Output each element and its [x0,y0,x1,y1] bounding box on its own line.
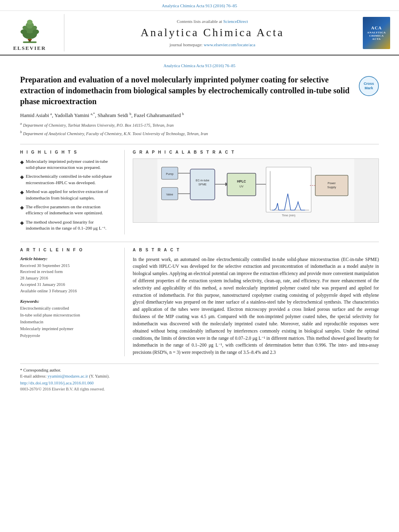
journal-title-area: Contents lists available at ScienceDirec… [64,14,360,51]
email-person: (Y. Yamini). [89,374,110,378]
svg-text:Valve: Valve [166,193,173,196]
highlight-item-1: ◆ Molecularly imprinted polymer coated i… [20,158,118,171]
footer-section: * Corresponding author. E-mail address: … [20,364,379,391]
article-title: Preparation and evaluation of a novel mo… [20,74,354,107]
crossmark-icon: Cross Mark [359,76,379,96]
affiliation-a: a Department of Chemistry, Tarbiat Modar… [20,121,379,128]
keyword-4: Molecularly imprinted polymer [20,326,118,333]
top-bar: Analytica Chimica Acta 913 (2016) 76–85 [0,0,399,11]
aca-logo-line4: ACTA [372,37,380,41]
svg-text:Time (min): Time (min) [282,214,296,217]
svg-text:Mark: Mark [364,86,373,90]
sciencedirect-link[interactable]: ScienceDirect [223,19,248,24]
history-label: Article history: [20,256,118,261]
highlights-graphical-section: H I G H L I G H T S ◆ Molecularly imprin… [20,144,379,234]
email-line: E-mail address: yyamini@modares.ac.ir (Y… [20,374,379,378]
highlight-item-5: ◆ The method showed good linearity for i… [20,219,118,232]
svg-rect-25 [227,173,256,195]
authors-line: Hamid Asiabi a, Yadollah Yamini a,*, Sha… [20,112,379,119]
author-1: Hamid Asiabi a [20,112,52,118]
journal-logo-area: ACA ANALYTICA CHIMICA ACTA [360,14,393,51]
svg-text:Pump: Pump [166,172,174,175]
highlight-item-4: ◆ The effective parameters on the extrac… [20,204,118,216]
copyright-line: 0003-2670/© 2016 Elsevier B.V. All right… [20,387,379,391]
aca-logo: ACA ANALYTICA CHIMICA ACTA [363,17,390,49]
bullet-icon-3: ◆ [20,189,24,196]
svg-rect-10 [23,41,37,43]
svg-text:Cross: Cross [364,82,374,86]
svg-point-5 [21,29,27,34]
contents-line: Contents lists available at ScienceDirec… [177,19,248,24]
elsevier-tree-icon [16,14,44,44]
keyword-1: Electrochemically controlled [20,305,118,312]
svg-text:EC-in-tube: EC-in-tube [195,179,209,182]
aca-logo-line1: ACA [371,25,382,30]
svg-text:HPLC: HPLC [237,180,246,183]
bullet-icon-1: ◆ [20,159,24,166]
citation-line: Analytica Chimica Acta 913 (2016) 76–85 [20,64,379,68]
author-3: Shahram Seidi b [97,112,131,118]
abstract-header: A B S T R A C T [133,248,379,252]
aca-logo-line3: CHIMICA [369,34,384,37]
bullet-icon-5: ◆ [20,220,24,226]
journal-citation-link[interactable]: Analytica Chimica Acta 913 (2016) 76–85 [162,3,237,8]
svg-text:SPME: SPME [198,183,206,186]
email-link[interactable]: yyamini@modares.ac.ir [47,374,88,378]
journal-homepage-link[interactable]: www.elsevier.com/locate/aca [204,42,255,47]
history-accepted: Accepted 31 January 2016 [20,281,118,288]
history-revised-date: 28 January 2016 [20,275,118,281]
article-history: Article history: Received 30 September 2… [20,256,118,294]
affiliation-b: b Department of Analytical Chemistry, Fa… [20,129,379,137]
article-info-header: A R T I C L E I N F O [20,248,118,252]
svg-point-4 [27,20,33,25]
article-info-abstract-section: A R T I C L E I N F O Article history: R… [20,242,379,356]
history-revised-label: Received in revised form [20,269,118,275]
affiliations: a Department of Chemistry, Tarbiat Modar… [20,121,379,136]
history-received: Received 30 September 2015 [20,263,118,269]
highlight-item-2: ◆ Electrochemically controlled in-tube s… [20,173,118,186]
svg-point-8 [32,26,37,30]
publisher-logo-area: ELSEVIER [0,14,64,51]
svg-rect-9 [28,39,32,40]
title-section: Preparation and evaluation of a novel mo… [20,74,379,107]
bullet-icon-4: ◆ [20,204,24,211]
graphical-abstract-header: G R A P H I C A L A B S T R A C T [133,150,379,154]
journal-title: Analytica Chimica Acta [140,26,284,39]
abstract-text: In the present work, an automated on-lin… [133,256,379,356]
keyword-5: Polypyrrole [20,333,118,339]
homepage-line: journal homepage: www.elsevier.com/locat… [169,42,255,47]
highlight-item-3: ◆ Method was applied for selective extra… [20,189,118,201]
article-info-column: A R T I C L E I N F O Article history: R… [20,248,125,356]
journal-header: ELSEVIER Contents lists available at Sci… [0,11,399,55]
elsevier-logo: ELSEVIER [13,14,46,51]
svg-text:Supply: Supply [327,186,336,189]
corresponding-label: * Corresponding author. [20,368,379,372]
keyword-2: In-tube solid phase microextraction [20,312,118,319]
article-container: Analytica Chimica Acta 913 (2016) 76–85 … [0,55,399,399]
svg-text:Power: Power [327,182,336,185]
doi-line: http://dx.doi.org/10.1016/j.aca.2016.01.… [20,381,379,385]
abstract-column: A B S T R A C T In the present work, an … [133,248,379,356]
svg-point-6 [33,29,39,34]
author-2: Yadollah Yamini a,* [54,112,95,118]
citation-link[interactable]: Analytica Chimica Acta 913 (2016) 76–85 [164,64,236,68]
elsevier-text: ELSEVIER [13,45,46,51]
svg-point-7 [23,26,27,30]
author-4: Fazel Ghahramanifard b [134,112,184,118]
graphical-abstract-image: Pump Valve EC-in-tube SPME HPLC UV [133,158,379,223]
svg-rect-33 [315,175,348,195]
highlights-section: H I G H L I G H T S ◆ Molecularly imprin… [20,150,125,234]
history-online: Available online 3 February 2016 [20,288,118,294]
doi-link[interactable]: http://dx.doi.org/10.1016/j.aca.2016.01.… [20,381,94,385]
bullet-icon-2: ◆ [20,174,24,181]
keyword-3: Indomethacin [20,319,118,326]
aca-logo-line2: ANALYTICA [367,31,386,34]
email-label: E-mail address: [20,374,47,378]
svg-text:UV: UV [239,185,243,188]
graphical-abstract-section: G R A P H I C A L A B S T R A C T Pump V… [133,150,379,234]
svg-rect-29 [266,167,311,212]
keywords-label: Keywords: [20,299,118,304]
highlights-header: H I G H L I G H T S [20,150,118,154]
keywords-section: Keywords: Electrochemically controlled I… [20,299,118,339]
